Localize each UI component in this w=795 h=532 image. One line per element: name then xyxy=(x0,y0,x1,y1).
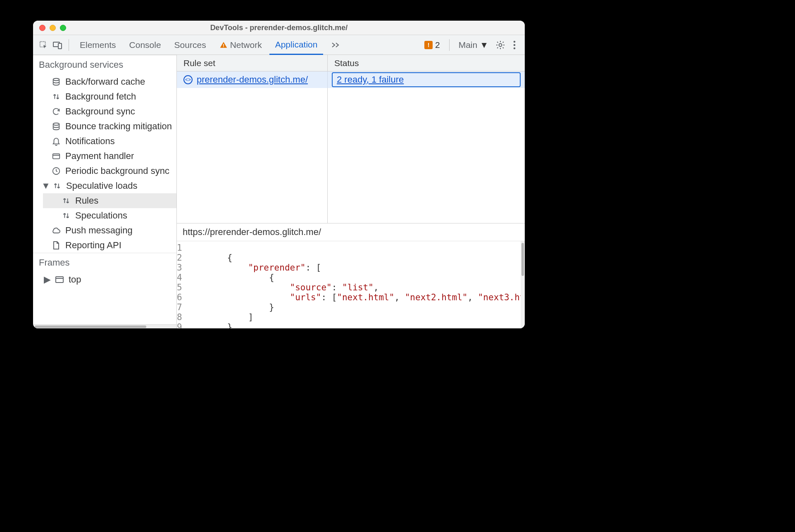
sidebar-item-payment[interactable]: Payment handler xyxy=(33,149,176,164)
titlebar: DevTools - prerender-demos.glitch.me/ xyxy=(33,21,525,35)
sidebar-item-bfcache[interactable]: Back/forward cache xyxy=(33,74,176,89)
bell-icon xyxy=(51,136,61,146)
scrollbar-thumb[interactable] xyxy=(521,243,524,276)
line-gutter: 123456789 xyxy=(177,241,186,328)
triangle-down-icon: ▼ xyxy=(41,180,48,191)
svg-rect-13 xyxy=(56,277,63,283)
tab-application[interactable]: Application xyxy=(269,36,324,55)
detail-v-scrollbar[interactable] xyxy=(521,241,525,328)
application-sidebar: Background services Back/forward cache B… xyxy=(33,55,177,328)
grid-empty-area xyxy=(177,88,525,223)
sidebar-item-bgsync[interactable]: Background sync xyxy=(33,104,176,119)
tab-network-label: Network xyxy=(230,40,262,50)
toolbar-divider xyxy=(69,39,69,51)
database-icon xyxy=(51,121,61,131)
code-icon: <> xyxy=(183,75,193,84)
tab-sources[interactable]: Sources xyxy=(169,35,212,55)
detail-url: https://prerender-demos.glitch.me/ xyxy=(177,223,525,241)
sidebar-item-label: Background fetch xyxy=(65,91,136,102)
column-ruleset[interactable]: Rule set xyxy=(177,55,328,71)
arrows-up-down-icon xyxy=(61,211,71,221)
tab-console[interactable]: Console xyxy=(124,35,167,55)
clock-icon xyxy=(51,166,61,176)
rule-detail: https://prerender-demos.glitch.me/ 12345… xyxy=(177,223,525,328)
scrollbar-thumb[interactable] xyxy=(35,325,146,328)
window-title: DevTools - prerender-demos.glitch.me/ xyxy=(33,24,525,32)
file-icon xyxy=(51,240,61,250)
svg-rect-2 xyxy=(58,43,62,49)
sidebar-item-label: Back/forward cache xyxy=(65,76,145,87)
tab-network[interactable]: Network xyxy=(214,35,268,55)
sidebar-item-frame-top[interactable]: ▶ top xyxy=(33,272,176,287)
sidebar-item-label: Background sync xyxy=(65,106,135,117)
sidebar-item-label: Reporting API xyxy=(65,240,121,251)
sidebar-item-label: Speculative loads xyxy=(66,180,137,191)
issues-count: 2 xyxy=(435,40,440,50)
ruleset-grid-header: Rule set Status xyxy=(177,55,525,71)
tab-elements[interactable]: Elements xyxy=(74,35,122,55)
toolbar-divider xyxy=(449,39,450,51)
cloud-icon xyxy=(51,226,61,235)
sidebar-item-reporting[interactable]: Reporting API xyxy=(33,238,176,253)
triangle-down-icon: ▼ xyxy=(480,40,488,50)
sidebar-item-label: Periodic background sync xyxy=(65,166,169,176)
inspect-element-icon[interactable] xyxy=(37,39,50,51)
sidebar-item-label: Bounce tracking mitigation xyxy=(65,121,172,132)
sidebar-item-push[interactable]: Push messaging xyxy=(33,223,176,238)
device-toolbar-icon[interactable] xyxy=(51,39,64,51)
arrows-up-down-icon xyxy=(51,92,61,102)
sidebar-h-scrollbar[interactable] xyxy=(33,324,176,328)
svg-point-10 xyxy=(53,123,60,126)
arrows-up-down-icon xyxy=(52,181,62,191)
svg-point-8 xyxy=(514,47,516,49)
ruleset-cell[interactable]: <> prerender-demos.glitch.me/ xyxy=(177,71,328,88)
svg-point-7 xyxy=(514,44,516,46)
issues-icon: ! xyxy=(424,41,433,49)
credit-card-icon xyxy=(51,151,61,161)
sidebar-item-speculative-loads[interactable]: ▼ Speculative loads xyxy=(33,178,176,193)
window-icon xyxy=(55,275,64,285)
more-icon[interactable] xyxy=(508,39,521,51)
tabs-overflow[interactable] xyxy=(325,35,346,55)
code-viewer[interactable]: 123456789 { "prerender": [ { "source": "… xyxy=(177,241,521,328)
sidebar-item-label: Rules xyxy=(75,195,98,206)
issues-badge[interactable]: ! 2 xyxy=(420,40,444,50)
target-selector[interactable]: Main ▼ xyxy=(455,35,493,55)
svg-rect-3 xyxy=(223,44,224,46)
sidebar-item-label: Push messaging xyxy=(65,225,133,236)
sidebar-item-label: Speculations xyxy=(75,210,127,221)
ruleset-row[interactable]: <> prerender-demos.glitch.me/ 2 ready, 1… xyxy=(177,71,525,88)
frames-header: Frames xyxy=(33,253,176,272)
svg-point-6 xyxy=(514,40,516,43)
status-link[interactable]: 2 ready, 1 failure xyxy=(332,72,521,87)
ruleset-link[interactable]: prerender-demos.glitch.me/ xyxy=(197,74,308,85)
sidebar-item-label: Notifications xyxy=(65,136,115,147)
chevron-double-right-icon xyxy=(331,41,340,49)
triangle-right-icon: ▶ xyxy=(44,274,50,285)
svg-point-9 xyxy=(53,78,60,81)
sidebar-item-periodic[interactable]: Periodic background sync xyxy=(33,164,176,178)
sidebar-item-bounce[interactable]: Bounce tracking mitigation xyxy=(33,119,176,134)
sync-icon xyxy=(51,107,61,116)
sidebar-item-notifications[interactable]: Notifications xyxy=(33,134,176,149)
database-icon xyxy=(51,77,61,87)
devtools-toolbar: Elements Console Sources Network Applica… xyxy=(33,35,525,55)
status-cell[interactable]: 2 ready, 1 failure xyxy=(328,71,525,88)
svg-rect-11 xyxy=(53,154,60,159)
content-area: Background services Back/forward cache B… xyxy=(33,55,525,328)
arrows-up-down-icon xyxy=(61,196,71,206)
sidebar-item-rules[interactable]: Rules xyxy=(43,193,176,208)
bg-services-header: Background services xyxy=(33,55,176,74)
sidebar-item-label: Payment handler xyxy=(65,151,134,162)
column-status[interactable]: Status xyxy=(328,55,525,71)
main-panel: Rule set Status <> prerender-demos.glitc… xyxy=(177,55,525,328)
sidebar-item-bgfetch[interactable]: Background fetch xyxy=(33,89,176,104)
sidebar-item-speculations[interactable]: Speculations xyxy=(43,208,176,223)
devtools-window: DevTools - prerender-demos.glitch.me/ El… xyxy=(33,21,525,328)
sidebar-item-label: top xyxy=(69,274,81,285)
settings-icon[interactable] xyxy=(494,39,507,51)
code-lines: { "prerender": [ { "source": "list", "ur… xyxy=(186,241,521,328)
svg-point-5 xyxy=(499,43,502,46)
warning-icon xyxy=(219,41,228,49)
target-label: Main xyxy=(459,40,478,50)
